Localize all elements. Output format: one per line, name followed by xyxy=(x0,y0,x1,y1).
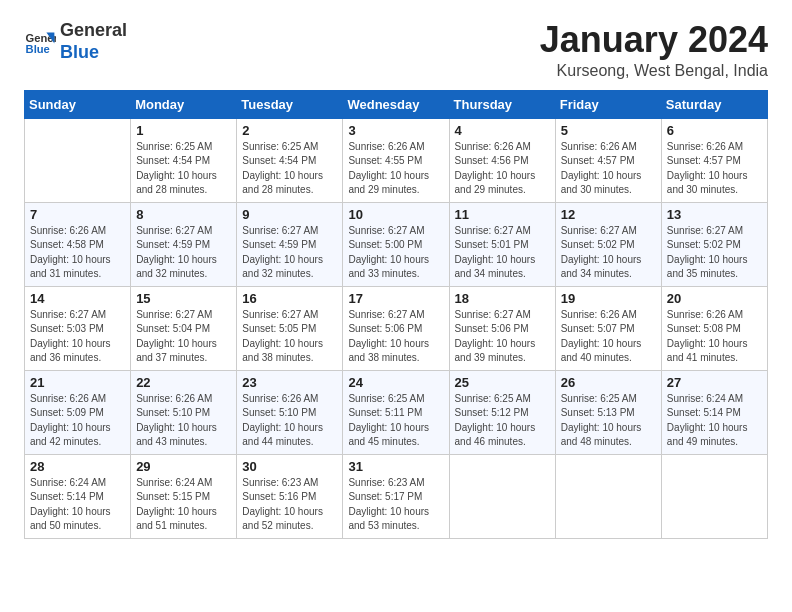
day-info: Sunrise: 6:24 AMSunset: 5:14 PMDaylight:… xyxy=(30,476,125,534)
column-header-sunday: Sunday xyxy=(25,90,131,118)
day-number: 3 xyxy=(348,123,443,138)
calendar-cell: 28Sunrise: 6:24 AMSunset: 5:14 PMDayligh… xyxy=(25,454,131,538)
week-row-5: 28Sunrise: 6:24 AMSunset: 5:14 PMDayligh… xyxy=(25,454,768,538)
calendar-cell: 9Sunrise: 6:27 AMSunset: 4:59 PMDaylight… xyxy=(237,202,343,286)
day-info: Sunrise: 6:26 AMSunset: 4:56 PMDaylight:… xyxy=(455,140,550,198)
day-info: Sunrise: 6:23 AMSunset: 5:17 PMDaylight:… xyxy=(348,476,443,534)
calendar-cell: 29Sunrise: 6:24 AMSunset: 5:15 PMDayligh… xyxy=(131,454,237,538)
calendar-cell: 7Sunrise: 6:26 AMSunset: 4:58 PMDaylight… xyxy=(25,202,131,286)
calendar-cell: 10Sunrise: 6:27 AMSunset: 5:00 PMDayligh… xyxy=(343,202,449,286)
day-info: Sunrise: 6:27 AMSunset: 5:02 PMDaylight:… xyxy=(561,224,656,282)
day-info: Sunrise: 6:25 AMSunset: 4:54 PMDaylight:… xyxy=(242,140,337,198)
calendar-cell xyxy=(449,454,555,538)
calendar-cell: 27Sunrise: 6:24 AMSunset: 5:14 PMDayligh… xyxy=(661,370,767,454)
day-info: Sunrise: 6:27 AMSunset: 5:03 PMDaylight:… xyxy=(30,308,125,366)
column-header-monday: Monday xyxy=(131,90,237,118)
calendar-subtitle: Kurseong, West Bengal, India xyxy=(540,62,768,80)
day-number: 5 xyxy=(561,123,656,138)
day-number: 7 xyxy=(30,207,125,222)
day-info: Sunrise: 6:24 AMSunset: 5:15 PMDaylight:… xyxy=(136,476,231,534)
day-number: 29 xyxy=(136,459,231,474)
day-info: Sunrise: 6:26 AMSunset: 5:07 PMDaylight:… xyxy=(561,308,656,366)
logo-line1: General xyxy=(60,20,127,40)
day-number: 11 xyxy=(455,207,550,222)
calendar-cell: 6Sunrise: 6:26 AMSunset: 4:57 PMDaylight… xyxy=(661,118,767,202)
day-info: Sunrise: 6:26 AMSunset: 5:09 PMDaylight:… xyxy=(30,392,125,450)
calendar-cell xyxy=(661,454,767,538)
logo-text: General Blue xyxy=(60,20,127,63)
day-number: 1 xyxy=(136,123,231,138)
calendar-cell: 2Sunrise: 6:25 AMSunset: 4:54 PMDaylight… xyxy=(237,118,343,202)
day-info: Sunrise: 6:27 AMSunset: 5:02 PMDaylight:… xyxy=(667,224,762,282)
calendar-cell: 14Sunrise: 6:27 AMSunset: 5:03 PMDayligh… xyxy=(25,286,131,370)
day-number: 6 xyxy=(667,123,762,138)
day-number: 28 xyxy=(30,459,125,474)
day-number: 22 xyxy=(136,375,231,390)
day-info: Sunrise: 6:26 AMSunset: 4:57 PMDaylight:… xyxy=(667,140,762,198)
day-number: 24 xyxy=(348,375,443,390)
calendar-cell: 24Sunrise: 6:25 AMSunset: 5:11 PMDayligh… xyxy=(343,370,449,454)
day-info: Sunrise: 6:27 AMSunset: 5:06 PMDaylight:… xyxy=(348,308,443,366)
day-number: 9 xyxy=(242,207,337,222)
day-number: 19 xyxy=(561,291,656,306)
week-row-2: 7Sunrise: 6:26 AMSunset: 4:58 PMDaylight… xyxy=(25,202,768,286)
calendar-cell: 15Sunrise: 6:27 AMSunset: 5:04 PMDayligh… xyxy=(131,286,237,370)
calendar-cell: 20Sunrise: 6:26 AMSunset: 5:08 PMDayligh… xyxy=(661,286,767,370)
calendar-cell xyxy=(25,118,131,202)
day-info: Sunrise: 6:26 AMSunset: 4:57 PMDaylight:… xyxy=(561,140,656,198)
day-info: Sunrise: 6:25 AMSunset: 5:11 PMDaylight:… xyxy=(348,392,443,450)
week-row-3: 14Sunrise: 6:27 AMSunset: 5:03 PMDayligh… xyxy=(25,286,768,370)
calendar-cell: 30Sunrise: 6:23 AMSunset: 5:16 PMDayligh… xyxy=(237,454,343,538)
day-info: Sunrise: 6:23 AMSunset: 5:16 PMDaylight:… xyxy=(242,476,337,534)
day-number: 17 xyxy=(348,291,443,306)
day-number: 15 xyxy=(136,291,231,306)
day-info: Sunrise: 6:26 AMSunset: 5:10 PMDaylight:… xyxy=(242,392,337,450)
calendar-cell: 5Sunrise: 6:26 AMSunset: 4:57 PMDaylight… xyxy=(555,118,661,202)
calendar-cell: 26Sunrise: 6:25 AMSunset: 5:13 PMDayligh… xyxy=(555,370,661,454)
day-number: 20 xyxy=(667,291,762,306)
calendar-header-row: SundayMondayTuesdayWednesdayThursdayFrid… xyxy=(25,90,768,118)
day-info: Sunrise: 6:25 AMSunset: 5:13 PMDaylight:… xyxy=(561,392,656,450)
day-info: Sunrise: 6:26 AMSunset: 4:55 PMDaylight:… xyxy=(348,140,443,198)
day-info: Sunrise: 6:27 AMSunset: 4:59 PMDaylight:… xyxy=(242,224,337,282)
day-number: 23 xyxy=(242,375,337,390)
day-number: 13 xyxy=(667,207,762,222)
day-info: Sunrise: 6:27 AMSunset: 5:04 PMDaylight:… xyxy=(136,308,231,366)
day-info: Sunrise: 6:27 AMSunset: 5:06 PMDaylight:… xyxy=(455,308,550,366)
calendar-title: January 2024 xyxy=(540,20,768,60)
day-number: 8 xyxy=(136,207,231,222)
day-number: 18 xyxy=(455,291,550,306)
svg-text:Blue: Blue xyxy=(26,43,50,55)
column-header-friday: Friday xyxy=(555,90,661,118)
calendar-cell: 12Sunrise: 6:27 AMSunset: 5:02 PMDayligh… xyxy=(555,202,661,286)
calendar-cell: 16Sunrise: 6:27 AMSunset: 5:05 PMDayligh… xyxy=(237,286,343,370)
calendar-cell: 3Sunrise: 6:26 AMSunset: 4:55 PMDaylight… xyxy=(343,118,449,202)
day-number: 4 xyxy=(455,123,550,138)
day-number: 25 xyxy=(455,375,550,390)
day-info: Sunrise: 6:27 AMSunset: 5:01 PMDaylight:… xyxy=(455,224,550,282)
calendar-cell: 11Sunrise: 6:27 AMSunset: 5:01 PMDayligh… xyxy=(449,202,555,286)
day-info: Sunrise: 6:27 AMSunset: 4:59 PMDaylight:… xyxy=(136,224,231,282)
logo-line2: Blue xyxy=(60,42,99,62)
day-number: 10 xyxy=(348,207,443,222)
day-info: Sunrise: 6:25 AMSunset: 5:12 PMDaylight:… xyxy=(455,392,550,450)
calendar-cell: 25Sunrise: 6:25 AMSunset: 5:12 PMDayligh… xyxy=(449,370,555,454)
column-header-wednesday: Wednesday xyxy=(343,90,449,118)
calendar-cell: 17Sunrise: 6:27 AMSunset: 5:06 PMDayligh… xyxy=(343,286,449,370)
day-info: Sunrise: 6:25 AMSunset: 4:54 PMDaylight:… xyxy=(136,140,231,198)
calendar-cell: 21Sunrise: 6:26 AMSunset: 5:09 PMDayligh… xyxy=(25,370,131,454)
day-info: Sunrise: 6:24 AMSunset: 5:14 PMDaylight:… xyxy=(667,392,762,450)
week-row-4: 21Sunrise: 6:26 AMSunset: 5:09 PMDayligh… xyxy=(25,370,768,454)
calendar-cell: 23Sunrise: 6:26 AMSunset: 5:10 PMDayligh… xyxy=(237,370,343,454)
day-info: Sunrise: 6:26 AMSunset: 5:10 PMDaylight:… xyxy=(136,392,231,450)
day-info: Sunrise: 6:26 AMSunset: 4:58 PMDaylight:… xyxy=(30,224,125,282)
day-number: 14 xyxy=(30,291,125,306)
column-header-thursday: Thursday xyxy=(449,90,555,118)
day-number: 31 xyxy=(348,459,443,474)
logo: General Blue General Blue xyxy=(24,20,127,63)
day-number: 12 xyxy=(561,207,656,222)
calendar-cell: 13Sunrise: 6:27 AMSunset: 5:02 PMDayligh… xyxy=(661,202,767,286)
calendar-cell: 8Sunrise: 6:27 AMSunset: 4:59 PMDaylight… xyxy=(131,202,237,286)
column-header-tuesday: Tuesday xyxy=(237,90,343,118)
week-row-1: 1Sunrise: 6:25 AMSunset: 4:54 PMDaylight… xyxy=(25,118,768,202)
